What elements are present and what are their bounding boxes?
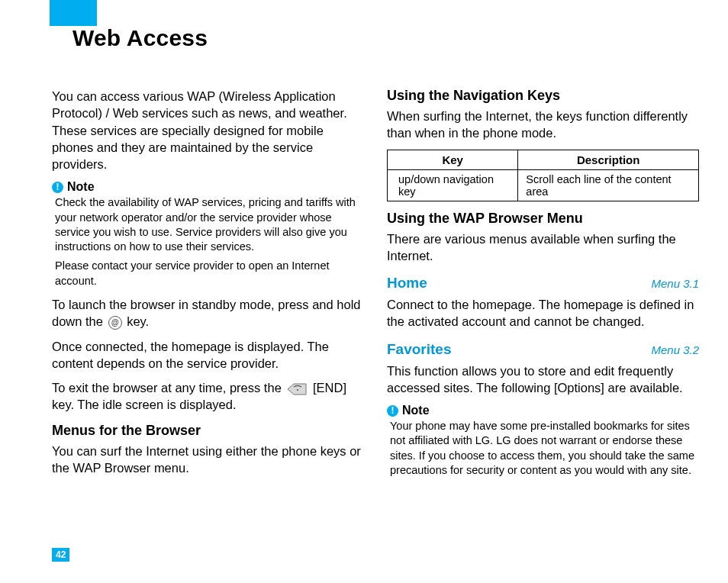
menu-name: Home [387, 275, 427, 292]
note-paragraph: Your phone may have some pre-installed b… [390, 419, 699, 478]
wap-menu-paragraph: There are various menus available when s… [387, 230, 699, 265]
menu-ref: Menu 3.2 [651, 343, 699, 356]
table-row: up/down navigation key Scroll each line … [388, 169, 699, 201]
note-label: Note [67, 180, 95, 194]
svg-point-0 [297, 389, 298, 391]
launch-paragraph: To launch the browser in standby mode, p… [52, 296, 364, 330]
nav-keys-paragraph: When surfing the Internet, the keys func… [387, 108, 699, 142]
page-number: 42 [52, 548, 69, 562]
content-columns: You can access various WAP (Wireless App… [52, 88, 699, 484]
end-key-icon [286, 382, 308, 396]
menu-ref: Menu 3.1 [651, 277, 699, 290]
favorites-paragraph: This function allows you to store and ed… [387, 362, 699, 397]
menus-paragraph: You can surf the Internet using either t… [52, 443, 364, 477]
wap-menu-subhead: Using the WAP Browser Menu [387, 211, 699, 227]
menu-item-favorites: Favorites Menu 3.2 [387, 341, 699, 358]
note-icon: ! [387, 405, 398, 417]
key-cell: up/down navigation key [388, 169, 518, 201]
intro-paragraph: You can access various WAP (Wireless App… [52, 88, 364, 172]
note-icon: ! [52, 182, 63, 193]
header-tab [50, 0, 97, 26]
note-text: Your phone may have some pre-installed b… [387, 419, 699, 478]
text-run: key. [127, 314, 149, 328]
key-header: Key [388, 150, 518, 169]
page-title: Web Access [72, 25, 208, 51]
note-label: Note [402, 404, 430, 417]
note-text: Check the availability of WAP services, … [52, 195, 364, 288]
nav-keys-subhead: Using the Navigation Keys [387, 88, 699, 104]
menu-name: Favorites [387, 341, 451, 358]
note-heading: ! Note [387, 404, 699, 417]
text-run: To exit the browser at any time, press t… [52, 381, 285, 395]
exit-paragraph: To exit the browser at any time, press t… [52, 379, 364, 414]
menus-subhead: Menus for the Browser [52, 423, 364, 439]
browser-key-icon: @ [108, 316, 122, 330]
key-description-table: Key Description up/down navigation key S… [387, 150, 699, 201]
right-column: Using the Navigation Keys When surfing t… [387, 88, 699, 484]
left-column: You can access various WAP (Wireless App… [52, 88, 364, 484]
note-heading: ! Note [52, 180, 364, 194]
table-header-row: Key Description [388, 150, 699, 169]
connected-paragraph: Once connected, the homepage is displaye… [52, 338, 364, 372]
home-paragraph: Connect to the homepage. The homepage is… [387, 296, 699, 330]
note-paragraph: Please contact your service provider to … [55, 259, 364, 288]
menu-item-home: Home Menu 3.1 [387, 275, 699, 292]
description-header: Description [518, 150, 699, 169]
description-cell: Scroll each line of the content area [518, 169, 699, 201]
note-paragraph: Check the availability of WAP services, … [55, 195, 364, 254]
text-run: To launch the browser in standby mode, p… [52, 298, 361, 328]
